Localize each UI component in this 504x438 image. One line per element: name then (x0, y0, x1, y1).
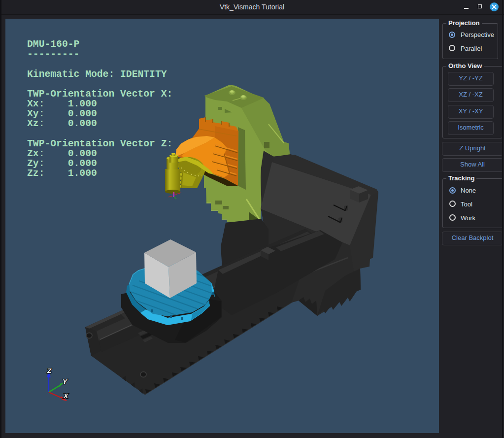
svg-text:Z: Z (47, 367, 52, 374)
svg-text:Xz:: Xz: (27, 118, 44, 129)
svg-text:Xy:: Xy: (27, 108, 44, 119)
svg-text:0.000: 0.000 (68, 118, 97, 129)
svg-text:1.000: 1.000 (68, 168, 97, 179)
svg-text:0.000: 0.000 (68, 158, 97, 169)
svg-text:X: X (63, 392, 68, 400)
svg-text:Zz:: Zz: (27, 168, 44, 179)
svg-text:---------: --------- (27, 49, 79, 60)
svg-text:0.000: 0.000 (68, 148, 97, 159)
svg-text:0.000: 0.000 (68, 108, 97, 119)
svg-text:1.000: 1.000 (68, 99, 97, 109)
svg-text:Xx:: Xx: (27, 99, 44, 109)
svg-text:TWP-Orientation Vector X:: TWP-Orientation Vector X: (27, 89, 172, 100)
svg-text:DMU-160-P: DMU-160-P (27, 39, 79, 50)
svg-text:Kinematic Mode: IDENTITY: Kinematic Mode: IDENTITY (27, 69, 167, 80)
svg-text:Zx:: Zx: (27, 148, 44, 159)
svg-text:TWP-Orientation Vector Z:: TWP-Orientation Vector Z: (27, 138, 172, 149)
svg-text:Zy:: Zy: (27, 158, 44, 169)
